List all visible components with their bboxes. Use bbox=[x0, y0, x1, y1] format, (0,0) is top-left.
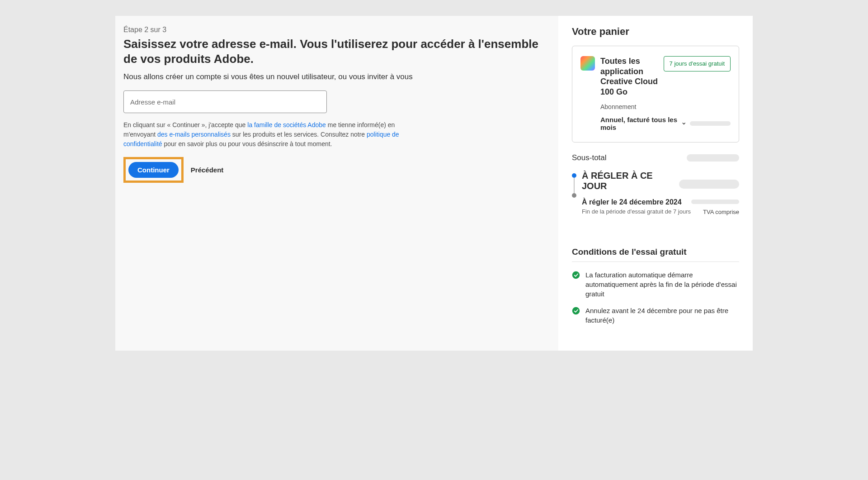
checkout-container: Étape 2 sur 3 Saisissez votre adresse e-… bbox=[115, 16, 753, 351]
timeline-line bbox=[574, 178, 575, 193]
cart-item-card: Toutes les application Creative Cloud 10… bbox=[572, 46, 739, 143]
price-placeholder bbox=[690, 121, 731, 126]
cart-panel: Votre panier Toutes les application Crea… bbox=[558, 16, 753, 351]
trial-badge: 7 jours d'essai gratuit bbox=[664, 56, 731, 71]
subtotal-label: Sous-total bbox=[572, 153, 607, 162]
subscription-label: Abonnement bbox=[600, 103, 731, 110]
link-personalized-emails[interactable]: des e-mails personnalisés bbox=[157, 131, 231, 138]
link-adobe-family[interactable]: la famille de sociétés Adobe bbox=[247, 121, 326, 128]
creative-cloud-icon bbox=[580, 56, 595, 71]
button-row: Continuer Précédent bbox=[123, 157, 550, 183]
divider bbox=[572, 261, 739, 262]
subtotal-placeholder bbox=[687, 154, 739, 162]
term-text: Annulez avant le 24 décembre pour ne pas… bbox=[585, 306, 739, 325]
product-name: Toutes les application Creative Cloud 10… bbox=[600, 56, 658, 97]
page-title: Saisissez votre adresse e-mail. Vous l'u… bbox=[123, 37, 550, 66]
check-circle-icon bbox=[572, 307, 580, 315]
chevron-down-icon bbox=[681, 120, 686, 127]
due-later-note: Fin de la période d'essai gratuit de 7 j… bbox=[582, 208, 691, 215]
continue-button[interactable]: Continuer bbox=[128, 162, 179, 178]
due-later-placeholder bbox=[691, 200, 739, 204]
previous-button[interactable]: Précédent bbox=[191, 166, 224, 174]
legal-segment: En cliquant sur « Continuer », j'accepte… bbox=[123, 121, 247, 128]
terms-title: Conditions de l'essai gratuit bbox=[572, 247, 739, 257]
legal-segment: sur les produits et les services. Consul… bbox=[232, 131, 367, 138]
legal-text: En cliquant sur « Continuer », j'accepte… bbox=[123, 120, 426, 149]
subscription-selector[interactable]: Annuel, facturé tous les mois bbox=[600, 116, 731, 131]
cart-title: Votre panier bbox=[572, 26, 739, 38]
svg-point-0 bbox=[572, 271, 580, 279]
svg-point-1 bbox=[572, 307, 580, 315]
term-text: La facturation automatique démarre autom… bbox=[585, 270, 739, 299]
vat-note: TVA comprise bbox=[691, 209, 739, 215]
due-later-label: À régler le 24 décembre 2024 bbox=[582, 198, 691, 206]
timeline-dot-active bbox=[572, 173, 576, 178]
term-item: Annulez avant le 24 décembre pour ne pas… bbox=[572, 306, 739, 325]
cart-item-header: Toutes les application Creative Cloud 10… bbox=[580, 56, 731, 97]
check-circle-icon bbox=[572, 271, 580, 279]
timeline-dot-future bbox=[572, 193, 576, 198]
highlight-annotation: Continuer bbox=[123, 157, 184, 183]
payment-timeline: À RÉGLER À CE JOUR À régler le 24 décemb… bbox=[572, 171, 739, 215]
due-today-placeholder bbox=[679, 180, 739, 189]
subscription-value: Annuel, facturé tous les mois bbox=[600, 116, 678, 131]
page-subtitle: Nous allons créer un compte si vous êtes… bbox=[123, 72, 550, 81]
legal-segment: pour en savoir plus ou pour vous désinsc… bbox=[164, 140, 332, 147]
term-item: La facturation automatique démarre autom… bbox=[572, 270, 739, 299]
subtotal-row: Sous-total bbox=[572, 151, 739, 171]
due-today-label: À RÉGLER À CE JOUR bbox=[582, 171, 679, 191]
step-indicator: Étape 2 sur 3 bbox=[123, 26, 550, 34]
email-input[interactable] bbox=[123, 90, 327, 113]
email-step-panel: Étape 2 sur 3 Saisissez votre adresse e-… bbox=[115, 16, 558, 351]
